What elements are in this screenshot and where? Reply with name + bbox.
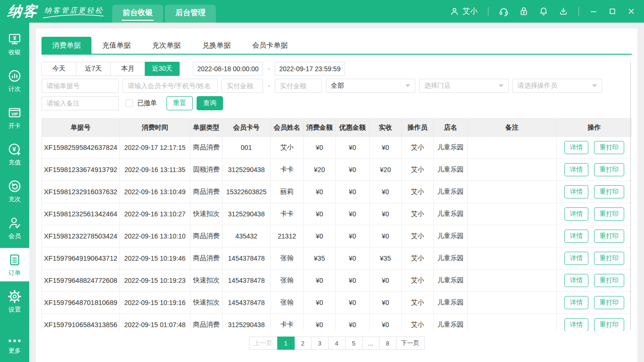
amount-min-input[interactable]	[222, 79, 263, 93]
detail-button[interactable]: 详情	[564, 252, 588, 265]
detail-button[interactable]: 详情	[564, 163, 588, 176]
reprint-button[interactable]: 重打印	[594, 296, 625, 309]
reset-button[interactable]: 重置	[166, 96, 193, 110]
page-button-1[interactable]: 1	[277, 337, 295, 350]
range-7days-button[interactable]: 近7天	[76, 62, 111, 76]
cell-remark	[468, 225, 557, 247]
detail-button[interactable]: 详情	[564, 296, 588, 309]
sidebar-item-label: 充值	[8, 158, 21, 167]
minimize-icon[interactable]	[589, 7, 598, 16]
cancelled-checkbox-wrap[interactable]: 已撤单	[125, 99, 157, 107]
cell-actions: 详情 重打印	[557, 159, 632, 181]
sidebar-item-orders[interactable]: 订单	[0, 248, 29, 281]
table-row: XF15979649190643712 2022-09-15 10:19:46 …	[42, 247, 632, 270]
sidebar-item-label: 充次	[8, 195, 21, 204]
reprint-button[interactable]: 重打印	[594, 230, 625, 243]
cell-store-name: 儿童乐园	[434, 137, 468, 159]
range-today-button[interactable]: 今天	[41, 62, 76, 76]
detail-button[interactable]: 详情	[564, 274, 588, 287]
reprint-button[interactable]: 重打印	[594, 274, 625, 287]
operator-select[interactable]: 请选择操作员	[512, 79, 602, 93]
member-search-input[interactable]	[123, 79, 218, 93]
lock-icon[interactable]	[519, 7, 528, 16]
sidebar-item-counting[interactable]: 计次	[0, 64, 29, 98]
sidebar-item-settings[interactable]: 设置	[0, 285, 29, 318]
detail-button[interactable]: 详情	[564, 318, 588, 331]
tab-label: 充值单据	[102, 41, 131, 50]
bell-icon[interactable]	[539, 7, 548, 16]
cell-card-no: 3125290438	[223, 159, 271, 181]
cell-discount-amount: ¥0	[336, 137, 370, 159]
detail-button[interactable]: 详情	[564, 207, 588, 221]
prev-page-button[interactable]: 上一页	[249, 337, 278, 350]
reprint-button[interactable]: 重打印	[594, 252, 625, 265]
detail-button[interactable]: 详情	[564, 141, 588, 154]
cell-order-type: 商品消费	[190, 225, 223, 247]
close-icon[interactable]	[627, 7, 636, 16]
sidebar-item-recharge-times[interactable]: 充次	[0, 174, 29, 208]
tab-recharge-times-orders[interactable]: 充次单据	[141, 37, 191, 54]
titlebar-divider	[578, 7, 579, 16]
scrollbar[interactable]	[630, 61, 631, 330]
range-month-button[interactable]: 本月	[110, 62, 145, 76]
reprint-button[interactable]: 重打印	[594, 185, 625, 198]
cell-order-type: 商品消费	[190, 181, 223, 203]
page-ellipsis[interactable]: ...	[362, 337, 380, 350]
order-no-input[interactable]	[41, 79, 119, 93]
cell-consume-time: 2022-09-16 13:10:49	[120, 181, 190, 203]
sidebar-item-members[interactable]: 会员	[0, 211, 29, 245]
reprint-button[interactable]: 重打印	[594, 207, 625, 221]
cell-actions: 详情 重打印	[557, 270, 632, 292]
date-to-input[interactable]	[275, 62, 345, 76]
reprint-button[interactable]: 重打印	[594, 141, 625, 154]
page-button-3[interactable]: 3	[311, 337, 329, 350]
range-30days-button[interactable]: 近30天	[145, 62, 180, 76]
nav-tab-front-cashier[interactable]: 前台收银	[112, 5, 163, 23]
sidebar-item-open-card[interactable]: VIP 开卡	[0, 101, 29, 134]
store-select[interactable]: 选择门店	[419, 79, 509, 93]
user-menu[interactable]: 艾小	[450, 7, 478, 16]
cell-consume-amount: ¥0	[304, 181, 336, 203]
reprint-button[interactable]: 重打印	[594, 318, 625, 331]
next-page-button[interactable]: 下一页	[396, 337, 425, 350]
sidebar-item-cashier[interactable]: ¥ 收银	[0, 27, 29, 61]
tab-exchange-orders[interactable]: 兑换单据	[191, 37, 241, 54]
table-row: XF15981232916037632 2022-09-16 13:10:49 …	[42, 181, 632, 203]
cell-discount-amount: ¥0	[336, 159, 370, 181]
cell-consume-amount: ¥0	[304, 270, 336, 292]
download-icon[interactable]	[559, 7, 568, 16]
detail-button[interactable]: 详情	[564, 185, 588, 198]
col-header: 备注	[468, 119, 557, 137]
tab-recharge-orders[interactable]: 充值单据	[91, 37, 141, 54]
page-button-2[interactable]: 2	[294, 337, 312, 350]
maximize-icon[interactable]	[608, 7, 617, 16]
search-button[interactable]: 查询	[197, 96, 223, 110]
filter-row-fields: - 全部 选择门店 请选择操作员	[41, 79, 632, 93]
table-row: XF15979648824772608 2022-09-15 10:19:23 …	[42, 270, 632, 292]
recharge-icon: ¥	[8, 142, 22, 156]
user-name: 艾小	[462, 7, 478, 16]
page-button-8[interactable]: 8	[379, 337, 396, 350]
cancelled-checkbox[interactable]	[125, 99, 133, 107]
amount-max-input[interactable]	[275, 79, 322, 93]
cell-member-name: 张翰	[271, 270, 304, 292]
support-headset-icon[interactable]	[499, 7, 509, 16]
page-button-5[interactable]: 5	[345, 337, 363, 350]
reprint-button[interactable]: 重打印	[594, 163, 625, 176]
tab-member-card-orders[interactable]: 会员卡单据	[241, 37, 298, 54]
page-button-4[interactable]: 4	[328, 337, 346, 350]
cell-discount-amount: ¥0	[336, 247, 370, 270]
col-header: 消费金额	[304, 119, 336, 137]
nav-tab-backend[interactable]: 后台管理	[165, 5, 216, 23]
cell-paid-amount: ¥20	[370, 159, 402, 181]
sidebar-item-more[interactable]: 更多	[0, 332, 29, 359]
type-select[interactable]: 全部	[326, 79, 415, 93]
sidebar-item-recharge[interactable]: ¥ 充值	[0, 138, 29, 171]
remark-input[interactable]	[41, 96, 119, 110]
cell-order-no: XF15982595842637824	[42, 137, 120, 159]
cell-member-name: 卡卡	[271, 203, 304, 225]
tab-consume-orders[interactable]: 消费单据	[41, 37, 91, 54]
date-from-input[interactable]	[193, 62, 263, 76]
detail-button[interactable]: 详情	[564, 230, 588, 243]
cell-actions: 详情 重打印	[557, 292, 632, 314]
